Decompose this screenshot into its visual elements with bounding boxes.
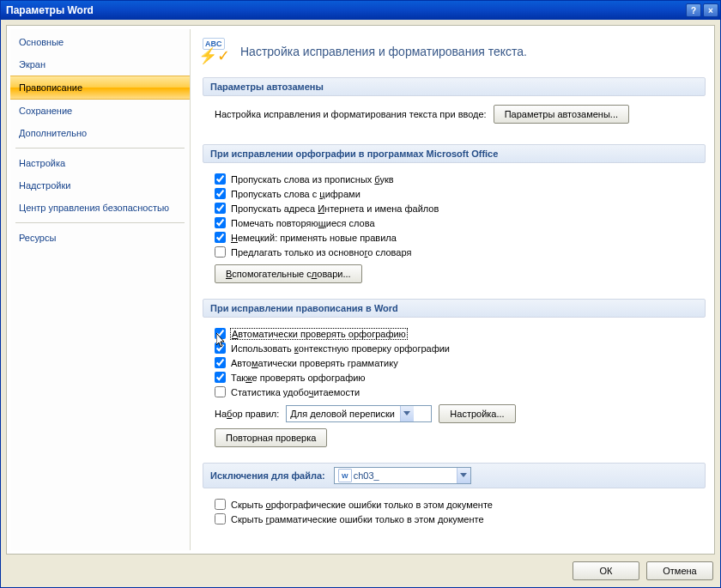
chk-readability-stats-label: Статистика удобочитаемости	[231, 387, 360, 397]
help-button[interactable]: ?	[686, 3, 701, 17]
sidebar-item-trust-center[interactable]: Центр управления безопасностью	[10, 197, 190, 219]
chk-grammar-with-spelling-label: Также проверять орфографию	[231, 373, 366, 383]
chk-hide-spelling-errors[interactable]	[215, 499, 226, 510]
chk-grammar-with-spelling[interactable]	[215, 372, 226, 383]
sidebar-item-save[interactable]: Сохранение	[10, 100, 190, 122]
sidebar: Основные Экран Правописание Сохранение Д…	[10, 29, 191, 550]
chk-uppercase-words[interactable]	[215, 173, 226, 185]
chk-internet-addresses-label: Пропускать адреса Интернета и имена файл…	[231, 203, 439, 214]
sidebar-separator	[15, 222, 185, 223]
content-pane: ABC ⚡✓ Настройка исправления и форматиро…	[194, 29, 711, 550]
chk-words-with-numbers[interactable]	[215, 188, 226, 199]
section-header-exceptions: Исключения для файла: W ch03_	[203, 463, 706, 488]
chk-hide-grammar-errors[interactable]	[215, 513, 226, 524]
section-autocorrect: Параметры автозамены Настройка исправлен…	[203, 77, 706, 136]
sidebar-separator	[15, 148, 185, 149]
writing-style-select[interactable]: Для деловой переписки	[286, 405, 432, 422]
page-header: ABC ⚡✓ Настройка исправления и форматиро…	[203, 33, 706, 77]
custom-dictionaries-button[interactable]: ВВспомогательные словари...спомогательны…	[215, 264, 362, 283]
chk-main-dict-only[interactable]	[215, 246, 226, 258]
exceptions-label: Исключения для файла:	[210, 470, 325, 481]
section-exceptions: Исключения для файла: W ch03_ Скрыть орф…	[203, 463, 706, 533]
chk-main-dict-only-label: Предлагать только из основного словаря	[231, 247, 411, 258]
chk-contextual-spelling-label: Использовать контекстную проверку орфогр…	[231, 343, 450, 354]
section-office-spelling: При исправлении орфографии в программах …	[203, 144, 706, 290]
close-button[interactable]: ×	[703, 3, 718, 17]
chk-hide-grammar-errors-label: Скрыть грамматические ошибки только в эт…	[231, 514, 484, 524]
chk-uppercase-words-label: Пропускать слова из прописных букв	[231, 174, 394, 185]
section-word-spelling: При исправлении правописания в Word Авто…	[203, 299, 706, 454]
proofing-icon: ABC ⚡✓	[203, 38, 230, 65]
main-area: Основные Экран Правописание Сохранение Д…	[6, 25, 715, 555]
footer-bar: ОК Отмена	[6, 560, 715, 582]
chk-hide-spelling-errors-label: Скрыть орфографические ошибки только в э…	[231, 500, 493, 510]
chk-readability-stats[interactable]	[215, 386, 226, 397]
section-header-office-spelling: При исправлении орфографии в программах …	[203, 144, 706, 163]
section-header-autocorrect: Параметры автозамены	[203, 77, 706, 96]
sidebar-item-addins[interactable]: Надстройки	[10, 174, 190, 197]
writing-style-label: Набор правил:	[215, 409, 279, 419]
autocorrect-desc: Настройка исправления и форматирования т…	[215, 109, 487, 119]
autocorrect-options-button[interactable]: Параметры автозамены...	[494, 105, 629, 124]
chk-words-with-numbers-label: Пропускать слова с цифрами	[231, 189, 360, 199]
ok-button[interactable]: ОК	[573, 561, 639, 580]
sidebar-item-customize[interactable]: Настройка	[10, 152, 190, 174]
bolt-icon: ⚡✓	[198, 46, 230, 65]
writing-style-value: Для деловой переписки	[290, 409, 400, 419]
chk-repeated-words-label: Помечать повторяющиеся слова	[231, 218, 375, 228]
chevron-down-icon	[457, 468, 470, 483]
titlebar: Параметры Word ? ×	[1, 1, 720, 20]
window-title: Параметры Word	[6, 4, 684, 16]
exceptions-file-value: ch03_	[354, 470, 385, 481]
chk-auto-grammar-label: Автоматически проверять грамматику	[231, 358, 398, 368]
chk-contextual-spelling[interactable]	[215, 342, 226, 354]
word-file-icon: W	[338, 469, 352, 482]
chk-repeated-words[interactable]	[215, 217, 226, 228]
window-body: Основные Экран Правописание Сохранение Д…	[1, 20, 720, 587]
sidebar-item-general[interactable]: Основные	[10, 31, 190, 53]
chk-auto-grammar[interactable]	[215, 357, 226, 368]
exceptions-file-select[interactable]: W ch03_	[334, 467, 471, 484]
chk-auto-spellcheck-label: Автоматически проверять орфографию	[231, 329, 407, 339]
chevron-down-icon	[400, 406, 414, 421]
recheck-document-button[interactable]: Повторная проверка	[215, 428, 327, 447]
sidebar-item-display[interactable]: Экран	[10, 53, 190, 76]
chk-auto-spellcheck[interactable]	[215, 328, 226, 339]
sidebar-item-resources[interactable]: Ресурсы	[10, 227, 190, 249]
section-header-word-spelling: При исправлении правописания в Word	[203, 299, 706, 318]
grammar-settings-button[interactable]: Настройка...	[439, 404, 515, 423]
options-window: Параметры Word ? × Основные Экран Правоп…	[0, 0, 721, 588]
chk-german-reform-label: Немецкий: применять новые правила	[231, 233, 397, 243]
chk-internet-addresses[interactable]	[215, 203, 226, 214]
sidebar-item-advanced[interactable]: Дополнительно	[10, 122, 190, 144]
chk-german-reform[interactable]	[215, 232, 226, 243]
page-title: Настройка исправления и форматирования т…	[240, 45, 527, 58]
cancel-button[interactable]: Отмена	[646, 561, 713, 580]
sidebar-item-proofing[interactable]: Правописание	[10, 76, 190, 100]
